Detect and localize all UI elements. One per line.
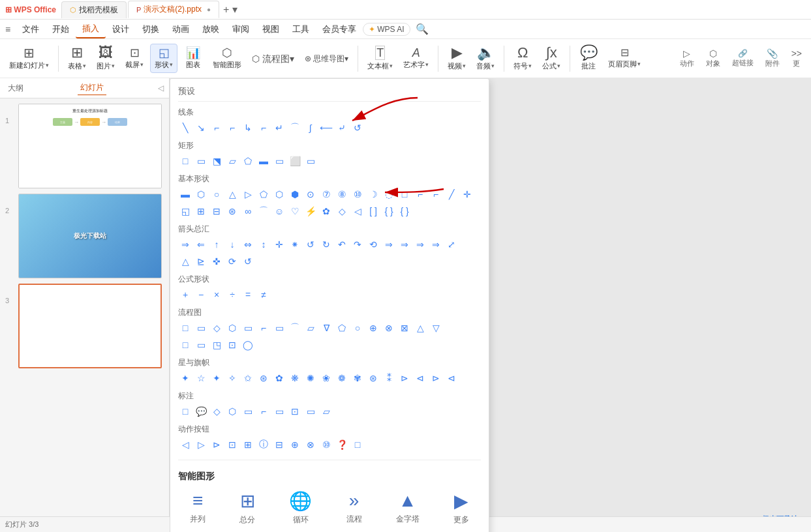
basic-7[interactable]: ⬡ (272, 187, 286, 201)
arrow-4[interactable]: ↓ (225, 237, 239, 252)
rect-7[interactable]: ▭ (272, 154, 286, 168)
line-11[interactable]: ⤶ (335, 121, 349, 135)
menu-view[interactable]: 视图 (256, 21, 286, 38)
outline-tab[interactable]: 大纲 (5, 81, 26, 95)
action-4[interactable]: ⊡ (225, 437, 239, 452)
textbox-button[interactable]: T 文本框 ▾ (363, 43, 397, 74)
attachment-button[interactable]: 📎 附件 (761, 47, 784, 70)
new-tab-button[interactable]: + ▾ (221, 3, 240, 16)
fc-4[interactable]: ⬡ (225, 321, 239, 335)
fc-3[interactable]: ◇ (209, 321, 224, 335)
rect-5[interactable]: ⬠ (241, 154, 255, 168)
basic-17[interactable]: ⌐ (429, 187, 443, 201)
slide-panel-collapse[interactable]: ◁ (158, 83, 164, 93)
template-tab[interactable]: ⬡ 找稻壳模板 (61, 1, 127, 18)
mindmap-button[interactable]: ⊛ 思维导图▾ (301, 52, 352, 65)
arrow-16[interactable]: ⇒ (413, 237, 427, 252)
callout-8[interactable]: ⊡ (288, 404, 302, 419)
arrow-23[interactable]: ↺ (241, 254, 255, 269)
rect-9[interactable]: ▭ (303, 154, 318, 168)
arrow-7[interactable]: ✛ (272, 237, 286, 252)
star-13[interactable]: ⊛ (366, 371, 380, 385)
flag-4[interactable]: ⊲ (444, 371, 459, 385)
chart-button[interactable]: 📊 图表 (180, 44, 206, 72)
arrow-8[interactable]: ⁕ (288, 237, 302, 252)
line-10[interactable]: ⟵ (319, 121, 333, 135)
formula-4[interactable]: ÷ (225, 288, 239, 302)
basic-13[interactable]: ☽ (366, 187, 380, 201)
star-5[interactable]: ✩ (241, 371, 255, 385)
basic-30[interactable]: ◇ (335, 204, 349, 218)
basic-20[interactable]: ◱ (178, 204, 192, 218)
line-7[interactable]: ↵ (272, 121, 286, 135)
basic-5[interactable]: ▷ (241, 187, 255, 201)
fc-2[interactable]: ▭ (194, 321, 208, 335)
basic-28[interactable]: ⚡ (303, 204, 318, 218)
rect-4[interactable]: ▱ (225, 154, 239, 168)
arrow-3[interactable]: ↑ (209, 237, 224, 252)
arrow-12[interactable]: ↷ (350, 237, 365, 252)
basic-22[interactable]: ⊟ (209, 204, 224, 218)
basic-29[interactable]: ✿ (319, 204, 333, 218)
star-14[interactable]: ⁑ (382, 371, 396, 385)
basic-9[interactable]: ⊙ (303, 187, 318, 201)
symbol-button[interactable]: Ω 符号 ▾ (510, 43, 536, 74)
smart-total[interactable]: ⊞ 总分 (239, 490, 255, 525)
fc-6[interactable]: ⌐ (256, 321, 271, 335)
rect-2[interactable]: ▭ (194, 154, 208, 168)
menu-start[interactable]: 开始 (46, 21, 76, 38)
shapes-button[interactable]: ◱ 形状 ▾ (150, 44, 177, 73)
star-2[interactable]: ☆ (194, 371, 208, 385)
basic-11[interactable]: ⑧ (335, 187, 349, 201)
slide-thumb-1[interactable]: 重生最处理源加标题 主题 → 内容 → 结果 (18, 104, 162, 188)
arrow-22[interactable]: ⟳ (225, 254, 239, 269)
line-4[interactable]: ⌐ (225, 121, 239, 135)
action-8[interactable]: ⊕ (288, 437, 302, 452)
star-1[interactable]: ✦ (178, 371, 192, 385)
smart-flow[interactable]: » 流程 (346, 490, 362, 525)
menu-review[interactable]: 审阅 (226, 21, 256, 38)
action-12[interactable]: □ (350, 437, 365, 452)
star-7[interactable]: ✿ (272, 371, 286, 385)
smart-cycle[interactable]: 🌐 循环 (289, 490, 312, 525)
callout-2[interactable]: 💬 (194, 404, 208, 419)
formula-button[interactable]: ∫x 公式 ▾ (538, 43, 564, 74)
basic-19[interactable]: ✛ (460, 187, 474, 201)
basic-23[interactable]: ⊛ (225, 204, 239, 218)
basic-34[interactable]: { } (397, 204, 412, 218)
flag-3[interactable]: ⊳ (429, 371, 443, 385)
arrow-10[interactable]: ↻ (319, 237, 333, 252)
fc-15[interactable]: ⊠ (397, 321, 412, 335)
action-9[interactable]: ⊗ (303, 437, 318, 452)
menu-insert[interactable]: 插入 (76, 20, 106, 38)
action-2[interactable]: ▷ (194, 437, 208, 452)
arrow-2[interactable]: ⇐ (194, 237, 208, 252)
slide-item-1[interactable]: 1 重生最处理源加标题 主题 → 内容 → 结果 (5, 104, 164, 188)
arrow-1[interactable]: ⇒ (178, 237, 192, 252)
slide-thumb-2[interactable]: 极光下载站 (18, 194, 162, 278)
line-9[interactable]: ∫ (303, 121, 318, 135)
arrow-5[interactable]: ⇔ (241, 237, 255, 252)
action-11[interactable]: ❓ (335, 437, 349, 452)
menu-transition[interactable]: 切换 (136, 21, 166, 38)
basic-1[interactable]: ▬ (178, 187, 192, 201)
comment-button[interactable]: 💬 批注 (575, 43, 602, 74)
arrow-13[interactable]: ⟲ (366, 237, 380, 252)
slide-item-2[interactable]: 2 极光下载站 (5, 194, 164, 278)
arrow-6[interactable]: ↕ (256, 237, 271, 252)
header-footer-button[interactable]: ⊟ 页眉页脚 ▾ (604, 45, 645, 72)
fc-9[interactable]: ▱ (303, 321, 318, 335)
basic-24[interactable]: ∞ (241, 204, 255, 218)
fc-16[interactable]: △ (413, 321, 427, 335)
arrow-15[interactable]: ⇒ (397, 237, 412, 252)
menu-file[interactable]: 文件 (16, 21, 46, 38)
fc-14[interactable]: ⊗ (382, 321, 396, 335)
basic-4[interactable]: △ (225, 187, 239, 201)
basic-31[interactable]: ◁ (350, 204, 365, 218)
fc-19[interactable]: ▭ (194, 338, 208, 352)
arrow-9[interactable]: ↺ (303, 237, 318, 252)
arrow-17[interactable]: ⇒ (429, 237, 443, 252)
smart-pyramid[interactable]: ▲ 金字塔 (396, 490, 420, 525)
rect-8[interactable]: ⬜ (288, 154, 302, 168)
callout-10[interactable]: ▱ (319, 404, 333, 419)
